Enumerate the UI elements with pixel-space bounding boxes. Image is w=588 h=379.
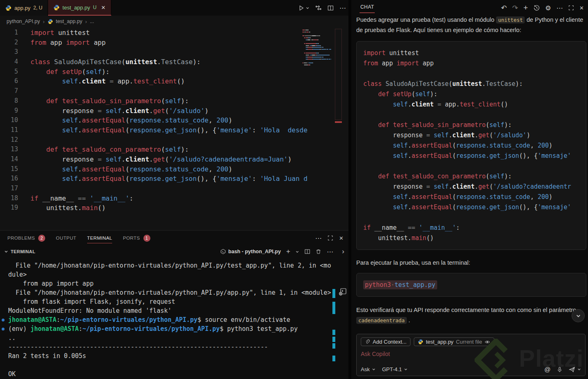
- command-text[interactable]: python3·test_app.py: [363, 280, 437, 289]
- microphone-icon[interactable]: [557, 367, 563, 372]
- chat-command-block[interactable]: python3·test_app.py: [356, 273, 586, 297]
- more-actions-icon[interactable]: ⋯: [556, 4, 563, 12]
- line-number: 10: [0, 116, 18, 125]
- mention-icon[interactable]: @: [544, 366, 551, 373]
- chat-tab[interactable]: CHAT: [360, 4, 374, 12]
- command-decoration-dot[interactable]: [2, 319, 5, 321]
- add-context-button[interactable]: Add Context...: [361, 337, 410, 346]
- line-number: 16: [0, 174, 18, 184]
- tab-status: U: [93, 5, 97, 10]
- new-terminal-button[interactable]: +: [286, 247, 290, 256]
- code-editor[interactable]: 1import unittest2from app import app34cl…: [0, 27, 348, 230]
- model-selector[interactable]: GPT-4.1: [382, 366, 408, 372]
- code-line: [363, 161, 579, 171]
- tab-terminal[interactable]: TERMINAL: [87, 231, 112, 245]
- line-number: 4: [0, 57, 18, 67]
- split-editor-icon[interactable]: [327, 5, 334, 11]
- code-line: 10 self.assertEqual(response.status_code…: [0, 116, 348, 125]
- panel-tabbar: PROBLEMS 2 OUTPUT TERMINAL PORTS 1 ⋯ ✕: [0, 231, 348, 245]
- undo-icon[interactable]: ↶: [501, 4, 507, 12]
- chat-run-hint: Para ejecutar la prueba, usa en la termi…: [356, 258, 585, 268]
- panel-tab-label: PORTS: [123, 236, 140, 240]
- code-line: self.assertEqual(response.status_code, 2…: [363, 141, 579, 151]
- expand-terminal-chevron-icon[interactable]: ›: [342, 247, 344, 256]
- code-line: from app import app: [363, 58, 579, 69]
- terminal-line: (env) jhonatan@ASTA:~/pip-entorno-virtua…: [0, 324, 348, 333]
- code-line: [363, 213, 579, 223]
- terminal-output[interactable]: File "/home/jhonatan/pip-entorno-virtual…: [0, 258, 348, 379]
- line-number: 1: [0, 28, 18, 38]
- minimap[interactable]: [302, 29, 342, 152]
- minimap-slider[interactable]: [335, 29, 342, 120]
- chevron-down-icon[interactable]: [295, 250, 299, 254]
- line-number: 17: [0, 184, 18, 194]
- close-panel-icon[interactable]: ✕: [339, 235, 344, 241]
- chevron-right-icon: ›: [85, 18, 87, 25]
- line-number: 9: [0, 106, 18, 116]
- code-line: 9 response = self.client.get('/saludo'): [0, 106, 348, 116]
- terminal-line: from app import app: [0, 279, 348, 288]
- python-icon: [53, 5, 60, 11]
- paperclip-icon: [365, 339, 370, 344]
- chat-input-box[interactable]: Add Context... test_app.py Current file …: [356, 334, 586, 376]
- kill-terminal-icon[interactable]: [316, 249, 321, 254]
- new-chat-icon[interactable]: +: [523, 3, 528, 12]
- mode-selector[interactable]: Ask: [361, 366, 376, 372]
- breadcrumb-root[interactable]: python_API.py: [7, 18, 40, 24]
- compare-changes-icon[interactable]: [315, 5, 322, 11]
- terminal-settings-icon[interactable]: [338, 287, 347, 296]
- chevron-down-icon[interactable]: [4, 250, 8, 254]
- history-icon[interactable]: [533, 5, 540, 11]
- more-actions-icon[interactable]: ⋯: [315, 234, 322, 242]
- breadcrumb[interactable]: python_API.py › test_app.py › ...: [0, 16, 348, 27]
- code-line: 2from app import app: [0, 38, 348, 48]
- command-decoration-dot[interactable]: [2, 328, 5, 330]
- editor-code: 1import unittest2from app import app34cl…: [0, 28, 348, 213]
- close-chat-icon[interactable]: ✕: [579, 5, 584, 11]
- line-number: 8: [0, 96, 18, 106]
- code-line: 15 self.assertEqual(response.status_code…: [0, 164, 348, 174]
- chat-prompt-input[interactable]: Ask Copilot: [361, 351, 581, 357]
- tab-output[interactable]: OUTPUT: [56, 231, 76, 245]
- editor-tabbar: app.py 2, U test_app.py U ✕ ⋯: [0, 0, 348, 16]
- inline-code-chip: unittest: [496, 16, 525, 23]
- line-number: 14: [0, 155, 18, 164]
- code-line: import unittest: [363, 48, 579, 58]
- scroll-to-bottom-button[interactable]: [572, 309, 585, 322]
- code-line: 18if __name__ == '__main__':: [0, 194, 348, 203]
- maximize-chat-icon[interactable]: [568, 5, 574, 11]
- code-line: 16 self.assertEqual(response.get_json(),…: [0, 174, 348, 184]
- breadcrumb-file[interactable]: test_app.py: [56, 18, 83, 24]
- code-line: 19 unittest.main(): [0, 203, 348, 213]
- terminal-line: from flask import Flask, jsonify, reques…: [0, 297, 348, 306]
- chat-code-block[interactable]: import unittestfrom app import appclass …: [356, 41, 586, 250]
- line-number: 6: [0, 76, 18, 86]
- split-terminal-icon[interactable]: [304, 249, 310, 254]
- send-button[interactable]: [569, 366, 581, 373]
- code-line: def test_saludo_sin_parametro(self):: [363, 120, 579, 130]
- tab-problems[interactable]: PROBLEMS 2: [7, 231, 45, 245]
- chat-header: CHAT ↶ ↷ + ⚙ ⋯ ✕: [351, 0, 588, 16]
- settings-gear-icon[interactable]: ⚙: [545, 4, 551, 12]
- context-file-pill[interactable]: test_app.py Current file: [414, 337, 494, 346]
- problems-badge: 2: [38, 235, 45, 242]
- breadcrumb-more[interactable]: ...: [90, 18, 94, 24]
- terminal-scrollbar[interactable]: [332, 289, 335, 379]
- eye-icon[interactable]: [484, 339, 490, 345]
- terminal-session[interactable]: bash - python_API.py: [220, 249, 281, 254]
- code-line: self.assertEqual(response.status_code, 2…: [363, 192, 579, 202]
- tab-ports[interactable]: PORTS 1: [123, 231, 150, 245]
- run-button[interactable]: [298, 5, 309, 11]
- maximize-panel-icon[interactable]: [327, 235, 333, 241]
- code-line: 7: [0, 86, 348, 96]
- chat-code-lines: import unittestfrom app import appclass …: [363, 48, 579, 243]
- more-actions-icon[interactable]: ⋯: [339, 4, 346, 12]
- tab-test-app-py[interactable]: test_app.py U ✕: [48, 0, 111, 16]
- more-actions-icon[interactable]: ⋯: [327, 248, 333, 256]
- pane-divider[interactable]: [348, 0, 351, 379]
- tab-app-py[interactable]: app.py 2, U: [0, 0, 48, 16]
- chat-panel: CHAT ↶ ↷ + ⚙ ⋯ ✕ Puedes agregar una prue…: [351, 0, 588, 379]
- code-line: 12: [0, 135, 348, 145]
- redo-icon[interactable]: ↷: [512, 4, 518, 12]
- close-tab-icon[interactable]: ✕: [101, 5, 106, 11]
